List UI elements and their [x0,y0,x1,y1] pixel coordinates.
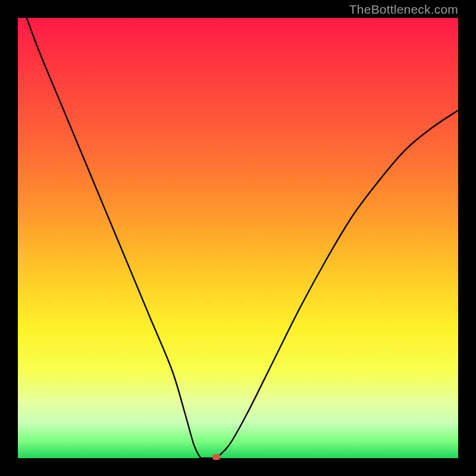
watermark-text: TheBottleneck.com [349,2,458,17]
plot-gradient-background [18,18,458,458]
optimal-point-marker [212,454,220,460]
chart-frame: TheBottleneck.com [0,0,476,476]
